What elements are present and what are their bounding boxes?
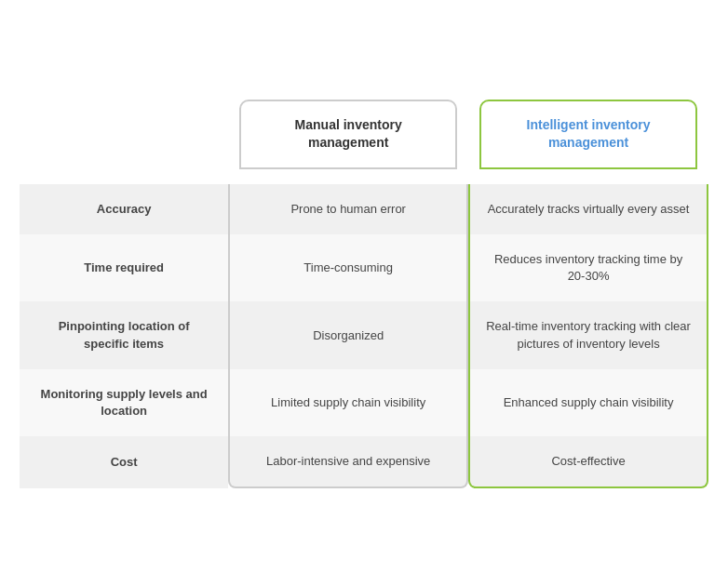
intelligent-header-label: Intelligent inventory management [527, 117, 651, 151]
intelligent-cell: Reduces inventory tracking time by 20-30… [468, 234, 708, 301]
intelligent-cell: Enhanced supply chain visibility [468, 369, 708, 436]
manual-cell: Limited supply chain visibility [228, 369, 468, 436]
manual-header-label: Manual inventory management [295, 117, 402, 151]
header-row: Manual inventory management Intelligent … [20, 85, 708, 184]
category-cell: Pinpointing location of specific items [20, 301, 228, 368]
table-row: CostLabor-intensive and expensiveCost-ef… [20, 436, 708, 488]
manual-cell: Prone to human error [228, 184, 468, 234]
category-cell: Accuracy [20, 184, 228, 234]
table-row: AccuracyProne to human errorAccurately t… [20, 184, 708, 234]
manual-cell: Time-consuming [228, 234, 468, 301]
category-header-cell [20, 85, 228, 184]
intelligent-cell: Real-time inventory tracking with clear … [468, 301, 708, 368]
manual-cell: Disorganized [228, 301, 468, 368]
category-cell: Cost [20, 436, 228, 488]
category-cell: Time required [20, 234, 228, 301]
table-row: Pinpointing location of specific itemsDi… [20, 301, 708, 368]
manual-header-cell: Manual inventory management [228, 85, 468, 184]
manual-column-header: Manual inventory management [239, 100, 457, 169]
table-row: Time requiredTime-consumingReduces inven… [20, 234, 708, 301]
comparison-table-container: Manual inventory management Intelligent … [20, 85, 708, 489]
comparison-table: Manual inventory management Intelligent … [20, 85, 708, 489]
category-cell: Monitoring supply levels and location [20, 369, 228, 436]
intelligent-header-cell: Intelligent inventory management [468, 85, 708, 184]
intelligent-cell: Cost-effective [468, 436, 708, 488]
table-row: Monitoring supply levels and locationLim… [20, 369, 708, 436]
intelligent-column-header: Intelligent inventory management [479, 100, 697, 169]
manual-cell: Labor-intensive and expensive [228, 436, 468, 488]
intelligent-cell: Accurately tracks virtually every asset [468, 184, 708, 234]
